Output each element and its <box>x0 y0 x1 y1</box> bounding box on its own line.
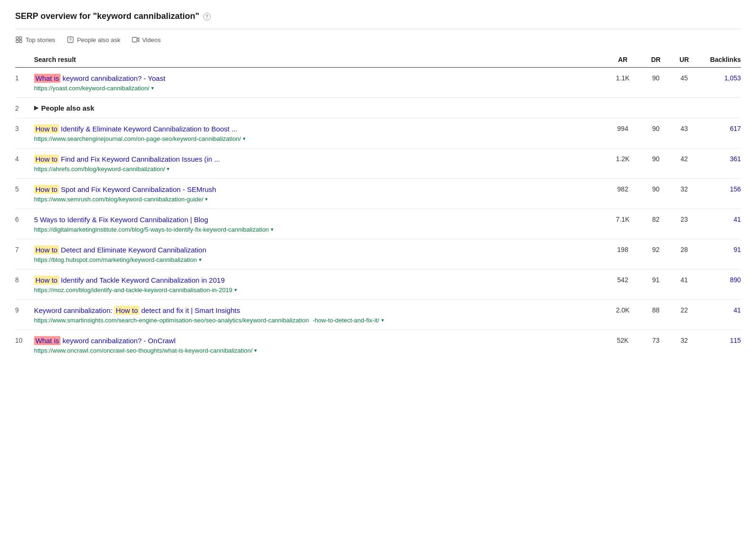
metric-backlinks[interactable]: 115 <box>698 336 741 344</box>
svg-rect-1 <box>19 37 22 39</box>
metric-ur: 23 <box>670 215 698 223</box>
help-icon[interactable]: ? <box>203 13 211 20</box>
highlight-how-to: How to <box>34 245 59 254</box>
metric-backlinks[interactable]: 361 <box>698 154 741 163</box>
url-dropdown-icon[interactable]: ▾ <box>205 196 208 202</box>
result-url[interactable]: https://ahrefs.com/blog/keyword-cannibal… <box>34 165 596 173</box>
title-text: Find and Fix Keyword Cannibalization Iss… <box>61 155 220 163</box>
filter-videos[interactable]: Videos <box>132 36 161 43</box>
result-url[interactable]: https://moz.com/blog/identify-and-tackle… <box>34 286 596 294</box>
result-content: 5 Ways to Identify & Fix Keyword Canniba… <box>34 215 604 233</box>
title-text: detect and fix it | Smart Insights <box>141 306 240 314</box>
metric-ur: 43 <box>670 124 698 132</box>
video-icon <box>132 36 139 43</box>
metric-ar: 2.0K <box>604 305 642 314</box>
table-row: 8 How to Identify and Tackle Keyword Can… <box>15 269 741 300</box>
url-dropdown-icon[interactable]: ▾ <box>381 317 384 323</box>
result-content: What is keyword cannibalization? - OnCra… <box>34 336 604 354</box>
result-url[interactable]: https://www.semrush.com/blog/keyword-can… <box>34 196 596 203</box>
metric-backlinks[interactable]: 890 <box>698 275 741 284</box>
title-text: keyword cannibalization? - OnCrawl <box>62 337 175 345</box>
filter-top-stories[interactable]: Top stories <box>15 36 55 43</box>
title-text: Detect and Eliminate Keyword Cannibaliza… <box>61 246 206 254</box>
metric-ar: 994 <box>604 124 642 132</box>
result-title: What is keyword cannibalization? - Yoast <box>34 73 596 83</box>
url-dropdown-icon[interactable]: ▾ <box>254 347 257 354</box>
metric-ar: 7.1K <box>604 215 642 223</box>
row-num: 2 <box>15 104 34 112</box>
header-ur: UR <box>670 56 698 63</box>
metric-ur: 45 <box>670 73 698 82</box>
metric-ar: 198 <box>604 245 642 253</box>
page-title: SERP overview for "keyword cannibalizati… <box>15 11 741 21</box>
url-dropdown-icon[interactable]: ▾ <box>199 257 202 263</box>
metric-ur: 22 <box>670 305 698 314</box>
metric-ur: 41 <box>670 275 698 284</box>
result-title: How to Identify & Eliminate Keyword Cann… <box>34 124 596 134</box>
row-num: 7 <box>15 245 34 253</box>
table-row: 1 What is keyword cannibalization? - Yoa… <box>15 68 741 98</box>
svg-rect-6 <box>132 37 137 42</box>
row-num: 8 <box>15 275 34 284</box>
question-icon: ? <box>67 36 74 43</box>
grid-icon <box>15 36 23 43</box>
metric-ur: 28 <box>670 245 698 253</box>
result-url[interactable]: https://www.oncrawl.com/oncrawl-seo-thou… <box>34 347 596 354</box>
row-num: 5 <box>15 184 34 193</box>
metric-backlinks[interactable]: 156 <box>698 184 741 193</box>
result-url[interactable]: https://www.smartinsights.com/search-eng… <box>34 317 596 324</box>
result-title: 5 Ways to Identify & Fix Keyword Canniba… <box>34 215 596 225</box>
result-title: How to Identify and Tackle Keyword Canni… <box>34 275 596 285</box>
result-url[interactable]: https://blog.hubspot.com/marketing/keywo… <box>34 256 596 263</box>
table-row: 6 5 Ways to Identify & Fix Keyword Canni… <box>15 209 741 239</box>
url-dropdown-icon[interactable]: ▾ <box>234 287 237 293</box>
filter-people-also-ask-label: People also ask <box>77 36 120 43</box>
paa-arrow-icon: ▶ <box>34 104 38 111</box>
url-dropdown-icon[interactable]: ▾ <box>271 226 274 233</box>
header-num <box>15 56 34 63</box>
metric-backlinks[interactable]: 617 <box>698 124 741 132</box>
paa-text: People also ask <box>41 104 94 112</box>
paa-label: ▶ People also ask <box>34 104 604 112</box>
metric-backlinks[interactable]: 91 <box>698 245 741 253</box>
metric-ar: 1.1K <box>604 73 642 82</box>
metric-dr: 92 <box>642 245 670 253</box>
result-content: How to Detect and Eliminate Keyword Cann… <box>34 245 604 263</box>
metric-ar: 52K <box>604 336 642 344</box>
metric-dr: 88 <box>642 305 670 314</box>
table-header: Search result AR DR UR Backlinks <box>15 52 741 68</box>
title-prefix: Keyword cannibalization: <box>34 306 114 314</box>
metric-ar: 982 <box>604 184 642 193</box>
row-num: 4 <box>15 154 34 163</box>
result-url[interactable]: https://yoast.com/keyword-cannibalizatio… <box>34 85 596 92</box>
metric-ur: 32 <box>670 184 698 193</box>
result-title: What is keyword cannibalization? - OnCra… <box>34 336 596 346</box>
result-content: How to Find and Fix Keyword Cannibalizat… <box>34 154 604 173</box>
row-num: 6 <box>15 215 34 223</box>
result-url[interactable]: https://digitalmarketinginstitute.com/bl… <box>34 226 596 233</box>
url-dropdown-icon[interactable]: ▾ <box>151 85 154 91</box>
serp-table: Search result AR DR UR Backlinks 1 What … <box>15 52 741 360</box>
metric-dr: 90 <box>642 154 670 163</box>
row-num: 9 <box>15 305 34 314</box>
table-row: 9 Keyword cannibalization: How to detect… <box>15 300 741 330</box>
header-ar: AR <box>604 56 642 63</box>
url-dropdown-icon[interactable]: ▾ <box>243 136 246 142</box>
result-title: How to Detect and Eliminate Keyword Cann… <box>34 245 596 255</box>
svg-text:?: ? <box>69 37 72 42</box>
metric-backlinks[interactable]: 41 <box>698 215 741 223</box>
title-text: Identify and Tackle Keyword Cannibalizat… <box>61 276 225 284</box>
result-title: How to Spot and Fix Keyword Cannibalizat… <box>34 184 596 194</box>
metric-backlinks[interactable]: 1,053 <box>698 73 741 82</box>
highlight-how-to: How to <box>34 155 59 164</box>
header-search-result: Search result <box>34 56 604 63</box>
people-also-ask-row[interactable]: 2 ▶ People also ask <box>15 98 741 118</box>
filter-bar: Top stories ? People also ask Videos <box>15 36 741 43</box>
table-row: 10 What is keyword cannibalization? - On… <box>15 330 741 360</box>
metric-backlinks[interactable]: 41 <box>698 305 741 314</box>
filter-people-also-ask[interactable]: ? People also ask <box>67 36 120 43</box>
highlight-how-to: How to <box>114 306 139 315</box>
result-content: Keyword cannibalization: How to detect a… <box>34 305 604 324</box>
url-dropdown-icon[interactable]: ▾ <box>167 166 170 172</box>
result-url[interactable]: https://www.searchenginejournal.com/on-p… <box>34 135 596 142</box>
